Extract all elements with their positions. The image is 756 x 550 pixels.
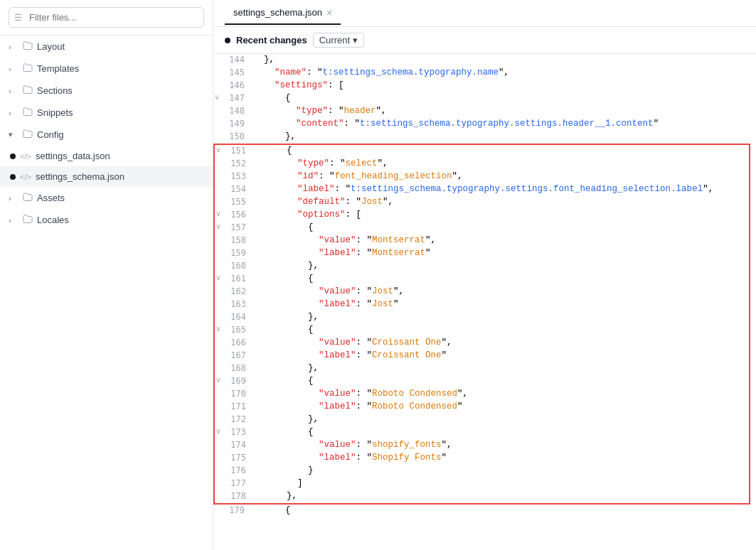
line-number: 168 — [215, 362, 252, 374]
table-row: v156 "options": [ — [215, 209, 749, 222]
line-number: 175 — [215, 452, 252, 463]
table-row: 166 "value": "Croissant One", — [215, 337, 749, 350]
table-row: 145 "name": "t:settings_schema.typograph… — [213, 67, 756, 80]
table-row: 146 "settings": [ — [213, 80, 756, 92]
sidebar-item-assets[interactable]: ›Assets — [0, 187, 213, 209]
folder-icon — [23, 63, 33, 75]
sidebar-item-snippets[interactable]: ›Snippets — [0, 102, 213, 124]
line-number: v157 — [215, 222, 252, 233]
fold-arrow[interactable]: v — [215, 93, 219, 101]
changes-label: Recent changes — [236, 35, 307, 45]
line-content: }, — [252, 311, 749, 323]
line-number: 167 — [215, 350, 252, 361]
changes-dropdown[interactable]: Current ▾ — [313, 33, 364, 48]
changes-dot — [225, 38, 230, 43]
line-content: }, — [250, 131, 756, 142]
line-content: }, — [252, 260, 749, 271]
table-row: 168 }, — [215, 362, 749, 375]
line-content: "label": "Croissant One" — [252, 350, 749, 361]
table-row: 177 ] — [215, 478, 749, 490]
line-number: 179 — [213, 505, 250, 516]
line-content: }, — [252, 490, 749, 502]
line-content: "type": "header", — [250, 105, 756, 117]
filter-section: ☰ — [0, 0, 213, 36]
sidebar-item-locales[interactable]: ›Locales — [0, 209, 213, 231]
line-content: "default": "Jost", — [252, 196, 749, 207]
line-content: "name": "t:settings_schema.typography.na… — [250, 67, 756, 78]
table-row: 148 "type": "header", — [213, 105, 756, 118]
table-row: 158 "value": "Montserrat", — [215, 234, 749, 247]
sidebar-item-label: Snippets — [37, 107, 73, 118]
line-content: }, — [252, 362, 749, 374]
line-content: ] — [252, 478, 749, 489]
line-number: 172 — [215, 414, 252, 425]
sidebar-item-layout[interactable]: ›Layout — [0, 36, 213, 58]
tab-label: settings_schema.json — [233, 7, 322, 18]
table-row: 150 }, — [213, 131, 756, 144]
fold-arrow[interactable]: v — [216, 274, 220, 281]
folder-icon — [23, 85, 33, 97]
sidebar-item-label: settings_data.json — [36, 151, 110, 161]
fold-arrow[interactable]: v — [216, 222, 220, 230]
table-row: 167 "label": "Croissant One" — [215, 350, 749, 362]
sidebar-item-sections[interactable]: ›Sections — [0, 80, 213, 102]
table-row: 152 "type": "select", — [215, 158, 749, 171]
line-number: 149 — [213, 118, 250, 129]
sidebar-item-settings_schema[interactable]: </>settings_schema.json — [0, 166, 213, 187]
line-number: 155 — [215, 196, 252, 207]
chevron-down-icon: ▾ — [353, 35, 358, 45]
sidebar-item-config[interactable]: ▾Config — [0, 124, 213, 146]
line-content: "id": "font_heading_selection", — [252, 171, 749, 182]
main-content: settings_schema.json × Recent changes Cu… — [213, 0, 756, 550]
sidebar-item-label: Locales — [37, 215, 69, 225]
line-number: 177 — [215, 478, 252, 489]
line-number: v161 — [215, 273, 252, 284]
line-number: 152 — [215, 158, 252, 169]
folder-icon — [23, 107, 33, 119]
line-number: 166 — [215, 337, 252, 348]
fold-arrow[interactable]: v — [216, 146, 220, 153]
table-row: 144 }, — [213, 54, 756, 67]
table-row: 153 "id": "font_heading_selection", — [215, 171, 749, 183]
table-row: 159 "label": "Montserrat" — [215, 247, 749, 260]
modified-dot — [10, 174, 16, 180]
line-number: 146 — [213, 80, 250, 91]
table-row: 171 "label": "Roboto Condensed" — [215, 401, 749, 414]
table-row: 174 "value": "shopify_fonts", — [215, 439, 749, 452]
table-row: v157 { — [215, 222, 749, 234]
line-number: 170 — [215, 388, 252, 399]
fold-arrow[interactable]: v — [216, 427, 220, 435]
table-row: 179 { — [213, 505, 756, 517]
filter-icon: ☰ — [14, 13, 22, 23]
table-row: 154 "label": "t:settings_schema.typograp… — [215, 183, 749, 196]
line-number: 159 — [215, 247, 252, 259]
modified-dot — [10, 153, 16, 159]
chevron-right-icon: › — [9, 109, 18, 117]
table-row: 175 "label": "Shopify Fonts" — [215, 452, 749, 465]
fold-arrow[interactable]: v — [216, 325, 220, 333]
line-number: 148 — [213, 105, 250, 117]
line-number: 160 — [215, 260, 252, 271]
chevron-right-icon: › — [9, 216, 18, 225]
sidebar-item-settings_data[interactable]: </>settings_data.json — [0, 146, 213, 166]
line-number: v151 — [215, 145, 252, 156]
line-content: "value": "Roboto Condensed", — [252, 388, 749, 399]
tab-close-button[interactable]: × — [326, 8, 332, 18]
line-number: 176 — [215, 465, 252, 476]
fold-arrow[interactable]: v — [216, 210, 220, 217]
fold-arrow[interactable]: v — [216, 376, 220, 384]
line-number: 158 — [215, 234, 252, 246]
sidebar-item-templates[interactable]: ›Templates — [0, 58, 213, 80]
tab-settings-schema[interactable]: settings_schema.json × — [225, 1, 341, 25]
line-content: "value": "shopify_fonts", — [252, 439, 749, 451]
line-content: "label": "Jost" — [252, 298, 749, 310]
filter-input[interactable] — [9, 7, 204, 28]
chevron-right-icon: › — [9, 65, 18, 73]
line-content: "label": "Roboto Condensed" — [252, 401, 749, 412]
line-content: } — [252, 465, 749, 476]
line-number: v169 — [215, 375, 252, 387]
sidebar-item-label: Config — [37, 129, 64, 140]
chevron-down-icon: ▾ — [9, 130, 18, 139]
line-content: { — [252, 273, 749, 284]
line-content: "value": "Jost", — [252, 286, 749, 297]
